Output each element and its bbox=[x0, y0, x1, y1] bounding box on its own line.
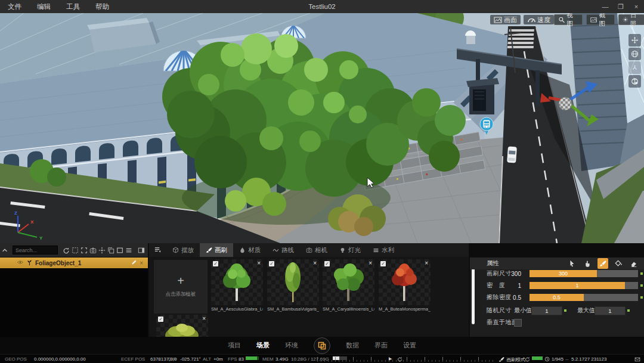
marquee-select-icon[interactable] bbox=[70, 247, 79, 254]
timeline-ruler[interactable] bbox=[317, 357, 494, 362]
foliage-thumbnail[interactable]: ✓ × bbox=[211, 259, 263, 305]
remove-foliage-icon[interactable]: × bbox=[313, 260, 317, 266]
sync-icon[interactable] bbox=[525, 356, 530, 363]
loop-marker-icon[interactable] bbox=[397, 356, 402, 363]
nav-tab-data[interactable]: 数据 bbox=[346, 341, 359, 350]
nav-tab-scene[interactable]: 场景 bbox=[256, 341, 270, 350]
tab-material[interactable]: 材质 bbox=[233, 243, 267, 257]
cube-icon bbox=[172, 247, 179, 253]
nav-tab-interface[interactable]: 界面 bbox=[374, 341, 388, 350]
rotate-tool-button[interactable] bbox=[628, 61, 641, 74]
density-slider[interactable]: 1 bbox=[530, 282, 638, 289]
select-cursor-button[interactable] bbox=[566, 258, 577, 269]
panel-toggle-icon[interactable] bbox=[137, 247, 145, 254]
duplicate-icon[interactable] bbox=[106, 247, 115, 254]
fit-view-icon[interactable] bbox=[79, 247, 88, 254]
remove-foliage-icon[interactable]: × bbox=[202, 315, 206, 322]
foliage-card[interactable]: ✓ × bbox=[156, 315, 208, 337]
foliage-checkbox[interactable]: ✓ bbox=[158, 317, 163, 322]
add-vegetation-button[interactable]: + 点击添加植被 bbox=[154, 260, 208, 314]
foliage-name: SM_A_CaryaIllinoensis_LOD0 bbox=[323, 306, 374, 312]
tab-route[interactable]: 路线 bbox=[267, 243, 300, 257]
camera-icon[interactable] bbox=[88, 247, 97, 254]
foliage-card[interactable]: ✓ × M_A_ButeaMonosperma_LOD bbox=[379, 259, 431, 312]
foliage-checkbox[interactable]: ✓ bbox=[380, 261, 386, 266]
tab-camera[interactable]: 相机 bbox=[300, 243, 333, 257]
erase-density-slider[interactable]: 0.5 bbox=[530, 294, 638, 301]
frame-mode-label[interactable]: 画面 bbox=[490, 15, 521, 24]
mail-icon[interactable] bbox=[634, 356, 640, 363]
edit-pencil-icon[interactable] bbox=[131, 259, 137, 267]
list-icon[interactable] bbox=[124, 247, 133, 254]
tab-place[interactable]: 摆放 bbox=[166, 243, 200, 257]
mem-value: 3.49G bbox=[275, 356, 289, 362]
tab-brush[interactable]: 画刷 bbox=[200, 243, 233, 257]
menu-edit[interactable]: 编辑 bbox=[29, 2, 58, 11]
foliage-checkbox[interactable]: ✓ bbox=[324, 261, 330, 266]
align-ground-checkbox[interactable] bbox=[514, 319, 522, 327]
collapse-chevron-icon[interactable] bbox=[0, 247, 9, 254]
foliage-checkbox[interactable]: ✓ bbox=[269, 261, 274, 266]
focus-icon[interactable] bbox=[97, 247, 106, 254]
plus-icon: + bbox=[177, 275, 184, 286]
foliage-checkbox[interactable]: ✓ bbox=[213, 261, 218, 266]
foliage-thumbnail[interactable]: ✓ × bbox=[267, 259, 319, 305]
foliage-card[interactable]: ✓ × SM_A_CaryaIllinoensis_LOD0 bbox=[323, 259, 374, 312]
camera-icon bbox=[306, 247, 312, 253]
keyframe-dot[interactable] bbox=[564, 309, 566, 312]
viewport-3d[interactable]: Z X Y 画面 速度 视图 截图 日照 bbox=[0, 13, 644, 243]
visibility-eye-icon[interactable] bbox=[17, 259, 24, 267]
foliage-thumbnail[interactable]: ✓ × bbox=[323, 259, 374, 305]
playhead-icon[interactable]: ▶ bbox=[389, 356, 392, 361]
view-button[interactable]: 视图 bbox=[554, 14, 583, 25]
menu-help[interactable]: 帮助 bbox=[88, 2, 117, 11]
eraser-tool-button[interactable] bbox=[628, 258, 639, 269]
minimize-button[interactable]: — bbox=[601, 3, 609, 10]
sunlight-button[interactable]: 日照 bbox=[618, 14, 644, 25]
fps-value: 83 bbox=[239, 356, 244, 362]
fill-tool-button[interactable] bbox=[613, 258, 624, 269]
keyframe-dot[interactable] bbox=[640, 272, 643, 275]
restore-button[interactable]: ❐ bbox=[617, 3, 625, 11]
world-settings-button[interactable] bbox=[628, 75, 641, 88]
foliage-card[interactable]: ✓ × SM_A_AesculusGlabra_LOD0 bbox=[211, 259, 263, 312]
speed-label[interactable]: 速度 bbox=[524, 15, 554, 24]
hand-tool-button[interactable] bbox=[582, 258, 593, 269]
refresh-icon[interactable] bbox=[61, 247, 70, 254]
eraser-icon bbox=[630, 260, 637, 267]
nav-tab-project[interactable]: 项目 bbox=[228, 341, 241, 350]
brush-size-slider[interactable]: 300 bbox=[530, 270, 638, 277]
max-value-input[interactable]: 1 bbox=[595, 306, 626, 315]
screenshot-button[interactable]: 截图 bbox=[586, 14, 615, 25]
outliner-item-foliageobject[interactable]: FoliageObject_1 × bbox=[0, 257, 148, 268]
keyframe-dot[interactable] bbox=[640, 296, 643, 299]
activity-bar bbox=[532, 356, 543, 360]
remove-foliage-icon[interactable]: × bbox=[369, 260, 372, 266]
brush-tool-button[interactable] bbox=[597, 258, 608, 269]
move-tool-button[interactable] bbox=[628, 34, 641, 46]
keyframe-dot[interactable] bbox=[640, 284, 643, 287]
foliage-card[interactable]: ✓ × SM_A_BambusaVulgaris_LOD0 bbox=[267, 259, 319, 312]
remove-foliage-icon[interactable]: × bbox=[425, 260, 428, 266]
close-button[interactable]: × bbox=[632, 3, 640, 10]
nav-tab-settings[interactable]: 设置 bbox=[403, 341, 416, 350]
tab-water[interactable]: 水利 bbox=[367, 243, 400, 257]
tab-light[interactable]: 灯光 bbox=[333, 243, 367, 257]
menu-tools[interactable]: 工具 bbox=[58, 2, 88, 11]
image-icon bbox=[494, 15, 502, 24]
delete-icon[interactable]: × bbox=[140, 260, 143, 266]
remove-foliage-icon[interactable]: × bbox=[257, 260, 261, 266]
foliage-thumbnail[interactable]: ✓ × bbox=[379, 259, 431, 305]
globe-tool-button[interactable] bbox=[628, 48, 641, 60]
min-value-input[interactable]: 1 bbox=[531, 306, 562, 315]
search-input[interactable] bbox=[13, 246, 58, 255]
foliage-name: SM_A_BambusaVulgaris_LOD0 bbox=[267, 306, 319, 312]
menu-file[interactable]: 文件 bbox=[0, 2, 29, 11]
alt-value: +0m bbox=[213, 356, 223, 362]
foliage-thumbnail[interactable]: ✓ × bbox=[156, 315, 208, 337]
nav-tab-environment[interactable]: 环境 bbox=[285, 341, 298, 350]
app-logo[interactable] bbox=[314, 337, 330, 354]
keyframe-dot[interactable] bbox=[627, 309, 630, 312]
layer-list-icon[interactable] bbox=[154, 246, 162, 255]
frame-icon[interactable] bbox=[115, 247, 124, 254]
